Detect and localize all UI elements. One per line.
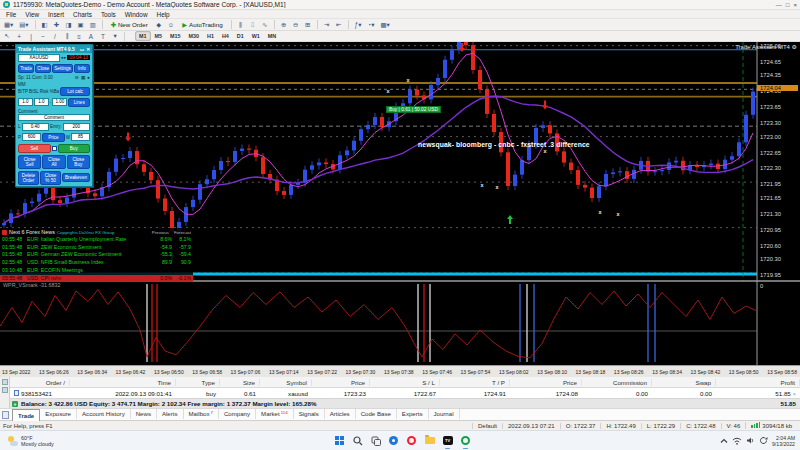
crosshair-icon[interactable]: + xyxy=(14,31,24,41)
zoom-in-icon[interactable]: ⊕ xyxy=(279,20,289,30)
hline-icon[interactable]: − xyxy=(38,31,48,41)
terminal-column-header[interactable]: Commission xyxy=(582,379,652,386)
menu-item[interactable]: Insert xyxy=(48,11,64,18)
wifi-icon[interactable] xyxy=(732,436,742,445)
auto-scroll-icon[interactable]: ⇥ xyxy=(322,20,332,30)
lot-calc-button[interactable]: Lot calc xyxy=(60,87,90,96)
entry-input[interactable]: 200 xyxy=(63,123,90,131)
panel-close-icon[interactable]: ✕ xyxy=(86,47,90,52)
bsl-input[interactable]: 1.0 xyxy=(34,98,49,106)
confirm-checkbox[interactable] xyxy=(52,146,57,151)
terminal-tab[interactable]: Experts xyxy=(397,409,429,419)
terminal-column-header[interactable]: T / P xyxy=(440,379,510,386)
terminal-column-header[interactable]: Time xyxy=(70,379,176,386)
navigator-icon[interactable]: ◨ xyxy=(64,20,74,30)
templates-icon[interactable]: ▩▾ xyxy=(378,20,391,30)
sync-icon[interactable] xyxy=(759,436,768,445)
symbol-next-icon[interactable]: ▸ xyxy=(64,55,66,60)
close-buy-button[interactable]: Close Buy xyxy=(67,155,90,169)
terminal-tab[interactable]: Exposure xyxy=(40,409,77,419)
w-input[interactable]: 85 xyxy=(71,133,90,141)
close-sell-button[interactable]: Close Sell xyxy=(18,155,41,169)
terminal-tab[interactable]: Journal xyxy=(429,409,460,419)
periods-icon[interactable]: ◔▾ xyxy=(365,20,376,30)
symbol-select[interactable]: XAUUSD xyxy=(18,54,60,62)
chart-area[interactable]: xxxxxxxxx 1725.001724.651724.351724.0017… xyxy=(0,42,800,365)
terminal-column-header[interactable]: Swap xyxy=(652,379,716,386)
strategy-tester-icon[interactable]: ▥ xyxy=(88,20,98,30)
green-browser-button[interactable] xyxy=(460,435,471,446)
terminal-tab[interactable]: Account History xyxy=(77,409,131,419)
alert-bell-icon[interactable]: ● xyxy=(87,75,90,80)
close-icon[interactable]: × xyxy=(793,2,797,8)
new-order-button[interactable]: ✚New Order xyxy=(107,20,152,30)
channel-icon[interactable]: ∥ xyxy=(62,31,72,41)
autotrading-button[interactable]: ▶AutoTrading xyxy=(178,20,226,30)
price-button[interactable]: Price xyxy=(42,133,65,142)
close-order-icon[interactable]: × xyxy=(793,391,796,397)
metaeditor-icon[interactable]: ◆ xyxy=(154,20,164,30)
chart-shift-icon[interactable]: ⇤ xyxy=(334,20,344,30)
restore-icon[interactable]: □ xyxy=(786,2,790,8)
timeframe-button[interactable]: M5 xyxy=(151,31,167,41)
search-button[interactable] xyxy=(352,435,363,446)
terminal-column-header[interactable]: Price xyxy=(312,379,370,386)
terminal-tab[interactable]: Trade xyxy=(12,409,40,421)
indicators-icon[interactable]: ƒ▾ xyxy=(353,20,364,30)
candlestick-icon[interactable]: ⌷ xyxy=(248,20,258,30)
terminal-tab[interactable]: Market114 xyxy=(256,409,294,419)
timeframe-button[interactable]: W1 xyxy=(248,31,264,41)
sell-button[interactable]: Sell xyxy=(18,144,51,153)
terminal-tab[interactable]: Alerts xyxy=(157,409,184,419)
timeframe-button[interactable]: D1 xyxy=(233,31,248,41)
new-chart-icon[interactable]: ▦▾ xyxy=(2,20,15,30)
terminal-column-header[interactable]: Symbol xyxy=(260,379,312,386)
calendar-icon[interactable]: ▦ xyxy=(81,75,85,80)
terminal-column-header[interactable]: Profit xyxy=(716,379,800,386)
terminal-tab[interactable]: Signals xyxy=(294,409,325,419)
lot-input[interactable]: 0.40 xyxy=(22,123,49,131)
market-watch-icon[interactable]: ◧ xyxy=(40,20,50,30)
order-row[interactable]: 938153421 2022.09.13 09:01:41 buy 0.61 x… xyxy=(10,388,800,398)
menu-item[interactable]: Window xyxy=(125,11,148,18)
trade-panel-tab[interactable]: Info xyxy=(74,64,90,73)
delete-order-button[interactable]: Delete Order xyxy=(18,171,39,185)
menu-item[interactable]: Charts xyxy=(73,11,92,18)
terminal-column-header[interactable]: Type xyxy=(176,379,220,386)
terminal-tab[interactable]: Company xyxy=(219,409,256,419)
breakeven-button[interactable]: Breakeven xyxy=(62,173,90,182)
p-input[interactable]: 600 xyxy=(22,133,41,141)
file-explorer-button[interactable] xyxy=(424,435,435,446)
buy-button[interactable]: Buy xyxy=(58,144,91,153)
opera-button[interactable] xyxy=(406,435,417,446)
trade-panel-tab[interactable]: Trade xyxy=(18,64,34,73)
settings-gear-icon[interactable]: ⚙ xyxy=(75,75,79,80)
taskbar-weather[interactable]: 60°FMostly cloudy xyxy=(0,435,54,447)
terminal-tab[interactable]: Articles xyxy=(325,409,356,419)
terminal-column-header[interactable]: Order / xyxy=(10,379,70,386)
task-view-button[interactable] xyxy=(370,435,381,446)
timeframe-button[interactable]: M1 xyxy=(135,31,151,41)
time-axis[interactable]: 13 Sep 202213 Sep 06:2613 Sep 06:3413 Se… xyxy=(0,365,800,377)
terminal-icon[interactable]: ▣ xyxy=(76,20,86,30)
start-button[interactable] xyxy=(334,435,345,446)
timeframe-button[interactable]: M30 xyxy=(185,31,204,41)
expand-icon[interactable]: + xyxy=(12,401,18,407)
trade-panel-tab[interactable]: Close xyxy=(35,64,51,73)
tray-expand-icon[interactable] xyxy=(720,437,728,445)
profile-name[interactable]: Default xyxy=(472,423,502,429)
terminal-tab[interactable]: Code Base xyxy=(356,409,397,419)
close-all-button[interactable]: Close All xyxy=(42,155,65,169)
lines-button[interactable]: Lines xyxy=(68,98,90,107)
trade-panel-titlebar[interactable]: Trade Assistant MT4 9.5 ▭ ✕ xyxy=(16,45,92,53)
volume-icon[interactable] xyxy=(746,436,755,445)
timeframe-button[interactable]: H4 xyxy=(218,31,233,41)
menu-item[interactable]: File xyxy=(6,11,16,18)
chat-button[interactable] xyxy=(388,435,399,446)
terminal-column-header[interactable]: S / L xyxy=(370,379,440,386)
menu-item[interactable]: View xyxy=(25,11,39,18)
bar-chart-icon[interactable]: ⫼ xyxy=(236,20,246,30)
symbol-prev-icon[interactable]: ◂ xyxy=(61,55,63,60)
trendline-icon[interactable]: / xyxy=(50,31,60,41)
terminal-column-header[interactable]: Price xyxy=(510,379,582,386)
